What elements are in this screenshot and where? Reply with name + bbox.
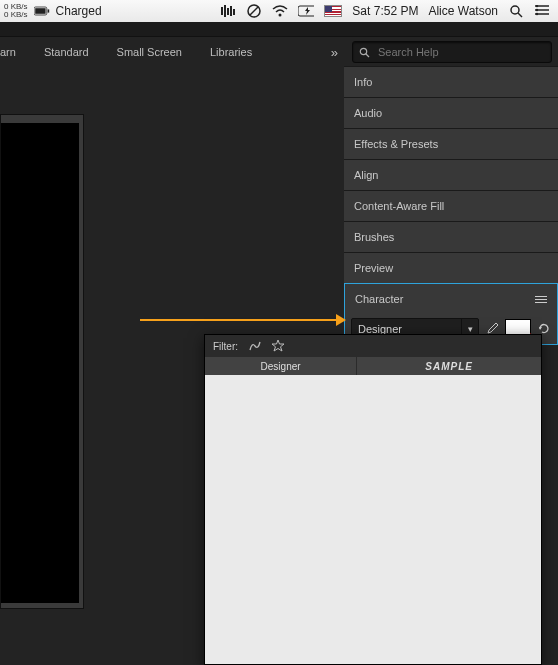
- search-help-field[interactable]: [352, 41, 552, 63]
- spotlight-search-icon[interactable]: [508, 3, 524, 19]
- annotation-arrow: [140, 319, 340, 321]
- font-name-column-header[interactable]: Designer: [205, 357, 357, 375]
- panel-header-effects-presets[interactable]: Effects & Presets: [344, 128, 558, 159]
- menubar-username[interactable]: Alice Watson: [428, 4, 498, 18]
- panel-header-info[interactable]: Info: [344, 66, 558, 97]
- font-dropdown-list[interactable]: [205, 375, 541, 664]
- menubar-datetime[interactable]: Sat 7:52 PM: [352, 4, 418, 18]
- svg-marker-13: [305, 7, 310, 15]
- panel-header-audio[interactable]: Audio: [344, 97, 558, 128]
- audio-bars-icon[interactable]: [220, 3, 236, 19]
- font-dropdown-popup: Filter: Designer SAMPLE: [204, 334, 542, 665]
- app-titlebar: [0, 22, 558, 36]
- workspace-tab-libraries[interactable]: Libraries: [196, 37, 266, 67]
- svg-point-20: [536, 9, 538, 11]
- input-source-flag-icon[interactable]: [324, 5, 342, 17]
- main-area: Info Audio Effects & Presets Align Conte…: [0, 66, 558, 665]
- svg-point-10: [279, 14, 282, 17]
- wifi-icon[interactable]: [272, 3, 288, 19]
- panel-header-preview[interactable]: Preview: [344, 252, 558, 283]
- svg-line-15: [518, 13, 522, 17]
- workspace-tab-small-screen[interactable]: Small Screen: [103, 37, 196, 67]
- typekit-filter-icon[interactable]: [248, 340, 262, 352]
- svg-rect-1: [35, 8, 45, 14]
- workspace-bar: arn Standard Small Screen Libraries »: [0, 36, 558, 68]
- panel-header-align[interactable]: Align: [344, 159, 558, 190]
- more-workspaces-icon[interactable]: »: [321, 45, 348, 60]
- svg-point-14: [511, 6, 519, 14]
- svg-rect-2: [47, 9, 49, 12]
- filter-label: Filter:: [213, 341, 238, 352]
- workspace-tab-learn[interactable]: arn: [0, 37, 30, 67]
- svg-rect-7: [233, 9, 235, 15]
- notification-center-icon[interactable]: [534, 3, 550, 19]
- panel-menu-icon[interactable]: [535, 296, 547, 303]
- font-sample-column-header: SAMPLE: [357, 357, 541, 375]
- svg-marker-25: [272, 340, 284, 351]
- composition-viewer[interactable]: [1, 123, 79, 603]
- do-not-disturb-icon[interactable]: [246, 3, 262, 19]
- panel-header-character[interactable]: Character: [345, 284, 557, 314]
- svg-rect-4: [224, 5, 226, 17]
- svg-point-22: [360, 48, 366, 54]
- panel-header-content-aware-fill[interactable]: Content-Aware Fill: [344, 190, 558, 221]
- search-help-input[interactable]: [376, 45, 545, 59]
- macos-menubar: 0 KB/s 0 KB/s Charged Sat 7:52 PM Alice …: [0, 0, 558, 23]
- svg-rect-6: [230, 6, 232, 16]
- battery-charging-icon[interactable]: [298, 3, 314, 19]
- annotation-arrowhead: [336, 314, 346, 326]
- font-dropdown-header: Designer SAMPLE: [205, 357, 541, 375]
- network-speed-indicator: 0 KB/s 0 KB/s: [4, 3, 28, 19]
- workspace-tab-standard[interactable]: Standard: [30, 37, 103, 67]
- font-filter-bar: Filter:: [205, 335, 541, 357]
- favorites-filter-icon[interactable]: [272, 340, 284, 352]
- svg-point-19: [536, 5, 538, 7]
- svg-rect-3: [221, 7, 223, 15]
- svg-line-9: [250, 7, 258, 15]
- character-panel-title: Character: [355, 293, 403, 305]
- svg-point-21: [536, 13, 538, 15]
- battery-icon: [34, 3, 50, 19]
- composition-viewer-frame: [0, 114, 84, 609]
- search-icon: [359, 47, 370, 58]
- panel-header-brushes[interactable]: Brushes: [344, 221, 558, 252]
- battery-status-label: Charged: [56, 4, 102, 18]
- svg-rect-5: [227, 8, 229, 15]
- svg-line-23: [366, 54, 369, 57]
